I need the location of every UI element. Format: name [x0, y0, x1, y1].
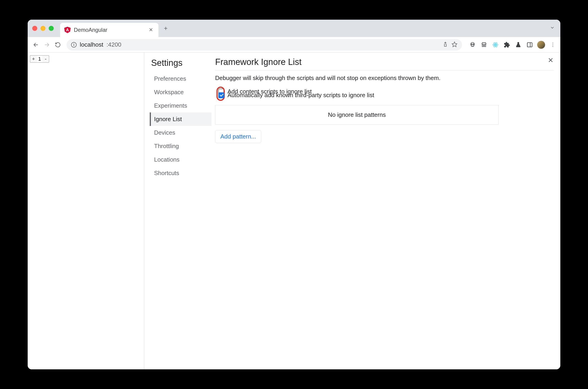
settings-heading: Settings: [150, 56, 211, 72]
svg-point-12: [495, 44, 496, 45]
back-button[interactable]: [31, 40, 40, 49]
panel-description: Debugger will skip through the scripts a…: [215, 74, 554, 82]
nav-preferences[interactable]: Preferences: [150, 72, 211, 86]
nav-experiments[interactable]: Experiments: [150, 99, 211, 112]
forward-button[interactable]: [42, 40, 51, 49]
address-bar: i localhost:4200: [28, 37, 560, 53]
checkbox-third-party[interactable]: [218, 92, 224, 98]
settings-close-button[interactable]: ✕: [548, 56, 554, 64]
svg-point-6: [482, 45, 484, 47]
add-pattern-button[interactable]: Add pattern...: [215, 130, 261, 143]
bookmark-star-icon[interactable]: [452, 41, 457, 48]
omnibox[interactable]: i localhost:4200: [66, 39, 462, 51]
nav-locations[interactable]: Locations: [150, 153, 211, 166]
svg-point-4: [471, 44, 472, 45]
new-tab-button[interactable]: +: [161, 23, 171, 33]
side-panel-icon[interactable]: [525, 41, 534, 49]
settings-nav: Preferences Workspace Experiments Ignore…: [150, 72, 211, 180]
tab-list-chevron-icon[interactable]: [550, 25, 555, 32]
settings-panel: ✕ Framework Ignore List Debugger will sk…: [211, 56, 556, 369]
site-info-icon[interactable]: i: [71, 42, 77, 48]
checkbox-third-party-label: Automatically add known third-party scri…: [228, 92, 374, 99]
nav-shortcuts[interactable]: Shortcuts: [150, 166, 211, 180]
url-port: :4200: [106, 41, 121, 48]
checkbox-third-party-row[interactable]: Automatically add known third-party scri…: [217, 90, 554, 100]
reload-button[interactable]: [53, 40, 63, 49]
nav-devices[interactable]: Devices: [150, 126, 211, 139]
svg-point-5: [473, 44, 474, 45]
browser-tab[interactable]: A DemoAngular ✕: [60, 23, 159, 37]
nav-ignore-list[interactable]: Ignore List: [150, 112, 211, 126]
tab-close-button[interactable]: ✕: [147, 27, 154, 33]
profile-avatar[interactable]: [537, 41, 545, 49]
decrement-button[interactable]: -: [42, 55, 49, 63]
extension-react-icon[interactable]: [491, 41, 499, 49]
browser-window: A DemoAngular ✕ + i localhost:4200: [28, 20, 560, 369]
panel-title: Framework Ignore List: [215, 57, 554, 70]
settings-sidebar: Settings Preferences Workspace Experimen…: [150, 56, 211, 369]
devtools-settings: Settings Preferences Workspace Experimen…: [144, 53, 560, 369]
page-content: + 1 -: [28, 53, 144, 369]
window-close-button[interactable]: [32, 26, 37, 31]
tab-bar: A DemoAngular ✕ +: [28, 20, 560, 37]
nav-throttling[interactable]: Throttling: [150, 139, 211, 153]
tab-title: DemoAngular: [74, 27, 144, 33]
svg-rect-13: [527, 42, 532, 47]
extensions-puzzle-icon[interactable]: [503, 41, 511, 49]
browser-toolbar: ⋮: [466, 41, 557, 49]
pattern-list-empty: No ignore list patterns: [215, 105, 499, 125]
browser-menu-button[interactable]: ⋮: [549, 41, 557, 49]
nav-workspace[interactable]: Workspace: [150, 86, 211, 99]
extension-incognito-icon[interactable]: [480, 41, 488, 49]
extension-flask-icon[interactable]: [514, 41, 523, 49]
content-area: + 1 - Settings Preferences Workspace Exp…: [28, 53, 560, 369]
svg-marker-2: [452, 42, 457, 47]
svg-point-7: [484, 45, 486, 47]
counter-value: 1: [37, 55, 42, 63]
extension-skull-icon[interactable]: [468, 41, 477, 49]
window-controls: [32, 26, 54, 31]
url-host: localhost: [80, 41, 103, 48]
window-minimize-button[interactable]: [40, 26, 45, 31]
counter-widget: + 1 -: [30, 55, 49, 63]
increment-button[interactable]: +: [30, 55, 37, 63]
window-maximize-button[interactable]: [49, 26, 54, 31]
angular-favicon-icon: A: [64, 27, 71, 33]
share-icon[interactable]: [442, 41, 448, 48]
